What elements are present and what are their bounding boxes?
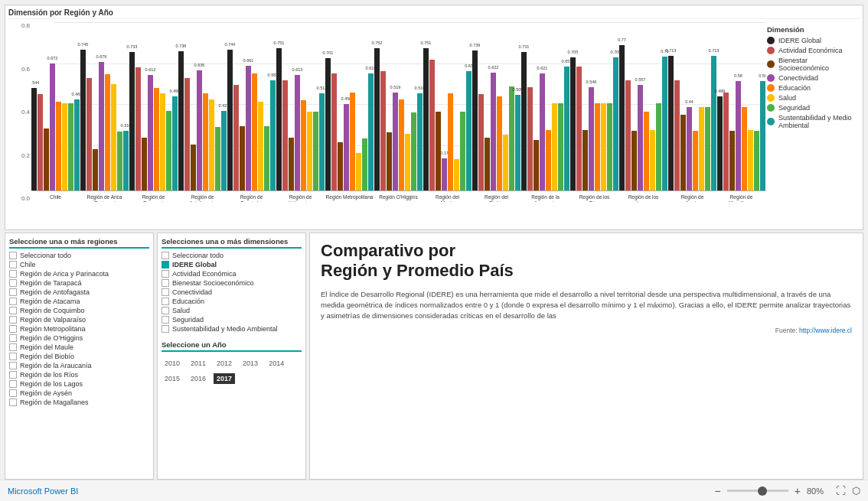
bar[interactable]: 0.499 [172,96,178,190]
bar[interactable]: 0.745 [80,50,86,190]
bar[interactable] [191,145,196,190]
bar[interactable]: 0.582 [270,80,276,190]
bar[interactable]: 0.546 [589,87,594,190]
bar[interactable]: 0.17 [442,158,447,190]
source-link[interactable]: http://www.idere.cl [799,327,852,334]
bar[interactable] [729,131,735,190]
bar[interactable]: 0.636 [197,70,202,190]
dimension-checkbox-item[interactable]: Seguridad [162,316,302,324]
bar[interactable] [576,67,582,190]
bar[interactable] [693,131,698,190]
bar[interactable]: 0.519 [393,93,398,190]
region-checkbox-item[interactable]: Región de Magallanes [9,399,149,406]
bar[interactable] [680,115,686,190]
region-checkbox-item[interactable]: Chile [9,261,149,268]
bar[interactable] [56,102,61,190]
region-checkbox-item[interactable]: Región de Valparaíso [9,316,149,324]
checkbox[interactable] [9,279,17,287]
dimension-checkbox-item[interactable]: Conectividad [162,288,302,296]
checkbox[interactable] [162,307,169,314]
bar[interactable]: 0.657 [564,67,569,190]
bar[interactable] [350,93,355,190]
checkbox[interactable] [9,307,17,314]
bar[interactable] [86,78,92,190]
bar[interactable] [62,103,67,190]
checkbox[interactable] [9,389,17,397]
region-checkbox-item[interactable]: Región de Aysén [9,389,149,397]
bar[interactable]: 0.613 [295,75,300,190]
bar[interactable] [527,87,533,190]
bar[interactable]: 0.751 [276,48,282,190]
zoom-minus[interactable]: − [715,485,721,497]
bar[interactable] [252,73,257,190]
bar[interactable]: 0.739 [472,50,478,190]
bar[interactable] [203,93,208,190]
bar[interactable]: 0.77 [619,45,625,190]
year-item[interactable]: 2012 [214,358,235,369]
dimension-checkbox-item[interactable]: Educación [162,298,302,305]
checkbox[interactable] [9,288,17,296]
bar[interactable]: 0.505 [515,95,520,190]
bar[interactable] [111,84,116,190]
bar[interactable]: 0.544 [31,88,37,190]
bar[interactable] [44,129,49,190]
bar[interactable]: 0.661 [246,66,251,190]
bar[interactable] [166,111,171,190]
bar[interactable] [582,130,588,190]
year-item[interactable]: 2015 [162,373,183,384]
dimension-checkbox-item[interactable]: Sustentabilidad y Medio Ambiental [162,325,302,333]
bar[interactable] [625,80,631,190]
bar[interactable] [534,140,539,190]
region-checkbox-item[interactable]: Región de Tarapacá [9,279,149,287]
bar[interactable]: 0.516 [417,93,423,190]
bar[interactable] [595,103,600,190]
dimension-checkbox-item[interactable]: Salud [162,307,302,314]
bar[interactable] [723,93,729,190]
bar[interactable]: 0.513 [319,93,325,190]
bar[interactable]: 0.701 [325,58,331,190]
bar[interactable] [601,103,606,190]
bar[interactable] [68,103,73,190]
region-checkbox-item[interactable]: Región de Coquimbo [9,307,149,314]
bar[interactable] [313,112,318,190]
checkbox[interactable] [9,380,17,388]
bar[interactable]: 0.744 [227,50,233,190]
bar[interactable] [644,112,649,190]
bar[interactable] [742,107,747,190]
dimension-checkbox-item[interactable]: IDERE Global [162,261,302,268]
bar[interactable] [338,142,343,190]
bar[interactable] [399,99,404,190]
bar[interactable] [387,132,392,190]
year-item[interactable]: 2016 [188,373,209,384]
bar[interactable] [93,149,98,190]
bar[interactable]: 0.713 [711,56,716,190]
dimension-checkbox-item[interactable]: Bienestar Socioeconómico [162,279,302,287]
bar[interactable] [754,131,759,190]
fullscreen-icon[interactable]: ⛶ [836,485,846,496]
bar[interactable] [478,94,484,190]
bar[interactable] [282,80,288,190]
bar[interactable] [558,103,563,190]
bar[interactable] [264,126,269,190]
bar[interactable] [674,80,680,190]
checkbox[interactable] [162,279,169,287]
bar[interactable]: 0.557 [638,85,643,190]
bar[interactable] [215,127,220,190]
checkbox[interactable] [162,316,169,324]
checkbox[interactable] [9,334,17,342]
bar[interactable]: 0.713 [668,56,674,190]
region-checkbox-item[interactable]: Región de Atacama [9,298,149,305]
checkbox[interactable] [9,298,17,305]
checkbox[interactable] [9,261,17,268]
bar[interactable] [307,112,312,190]
year-item[interactable]: 2017 [214,373,235,384]
bar[interactable] [289,138,294,190]
bar[interactable] [209,99,214,190]
bar[interactable] [142,138,147,190]
bar[interactable] [546,130,551,190]
zoom-plus[interactable]: + [795,485,801,497]
region-checkbox-item[interactable]: Región de los Ríos [9,371,149,379]
bar[interactable]: 0.705 [613,57,618,190]
bar[interactable] [607,103,612,190]
bar[interactable] [454,159,459,190]
